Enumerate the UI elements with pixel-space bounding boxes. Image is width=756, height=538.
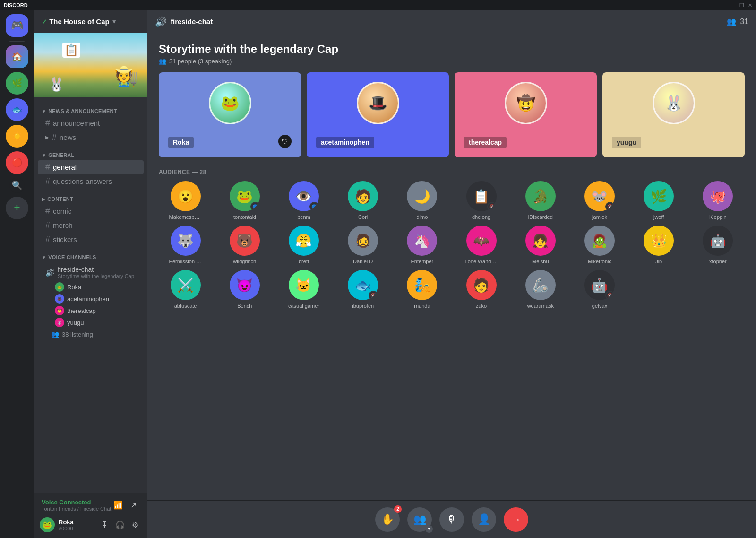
channel-general[interactable]: # general	[38, 160, 144, 174]
status-badge: 🔇	[605, 202, 615, 211]
voice-user-acetaminophen[interactable]: 🎩 acetaminophen	[38, 293, 144, 304]
audience-member-jib[interactable]: 👑Jib	[632, 226, 686, 264]
audience-member-wildgrinch[interactable]: 🐻wildgrinch	[218, 226, 271, 264]
deafen-btn[interactable]: 🎧	[113, 518, 127, 531]
audience-member-dhelong[interactable]: 📋🔇dhelong	[455, 181, 508, 220]
speaker-card-yuugu[interactable]: 🐰 yuugu	[602, 72, 745, 157]
audience-member-kleppin[interactable]: 🐙Kleppin	[691, 181, 745, 220]
voice-user-avatar: 🐸	[55, 282, 64, 292]
audience-member-jwoff[interactable]: 🌿jwoff	[632, 181, 686, 220]
audience-member-casual-gamer[interactable]: 🐱casual gamer	[277, 270, 330, 309]
audience-member-benm[interactable]: 👁️🔵benm	[277, 181, 330, 220]
audience-member-tontontaki[interactable]: 🐸🔵tontontaki	[218, 181, 271, 220]
minimize-btn[interactable]: —	[730, 2, 736, 9]
server-icon-housecap[interactable]: 🏠	[6, 45, 28, 68]
audience-member-jamiek[interactable]: 🐭🔇jamiek	[573, 181, 626, 220]
mic-btn[interactable]: 🎙	[439, 507, 464, 532]
mic-icon: 🎙	[447, 513, 457, 526]
voice-user-name: yuugu	[67, 319, 84, 326]
audience-member-name: wildgrinch	[233, 259, 256, 264]
invite-btn[interactable]: 👥 ▼	[407, 507, 432, 532]
category-voice[interactable]: ▼ VOICE CHANNELS	[34, 247, 147, 262]
status-badge: 🔇	[605, 291, 615, 300]
audience-member-lone-wanderer[interactable]: 🦇Lone Wanderer	[455, 226, 508, 264]
raise-hand-btn[interactable]: ✋ 2	[375, 507, 400, 532]
audience-member-bench[interactable]: 😈Bench	[218, 270, 271, 309]
add-server-btn[interactable]: +	[6, 197, 28, 219]
voice-user-therealcap[interactable]: 🤠 therealcap	[38, 305, 144, 316]
channel-qa[interactable]: # questions-answers	[38, 174, 144, 188]
voice-user-roka[interactable]: 🐸 Roka	[38, 281, 144, 293]
audience-avatar: 😤	[289, 226, 319, 256]
category-general[interactable]: ▼ GENERAL	[34, 145, 147, 160]
window-controls[interactable]: — ❐ ✕	[730, 2, 752, 9]
audience-member-meishu[interactable]: 👧Meishu	[514, 226, 567, 264]
audience-member-permission-man[interactable]: 🐺Permission Man	[159, 226, 212, 264]
server-icon-3[interactable]: 🐟	[6, 98, 28, 121]
audience-member-wearamask[interactable]: 🦾wearamask	[514, 270, 567, 309]
hash-icon: #	[52, 132, 57, 142]
settings-btn[interactable]: ⚙	[129, 518, 142, 531]
audience-member-xtopher[interactable]: 🤖xtopher	[691, 226, 745, 264]
voice-channel-subtitle: Storytime with the legendary Cap	[58, 273, 134, 279]
mute-btn[interactable]: 🎙	[98, 518, 112, 531]
audience-member-name: zuko	[476, 303, 487, 309]
maximize-btn[interactable]: ❐	[739, 2, 744, 9]
audience-member-daniel-d[interactable]: 🧔Daniel D	[336, 226, 390, 264]
voice-user-avatar: 🐰	[55, 318, 64, 327]
speaker-card-acetaminophen[interactable]: 🎩 acetaminophen	[307, 72, 449, 157]
audience-member-idiscarded[interactable]: 🐊iDiscarded	[514, 181, 567, 220]
audience-member-name: abfuscate	[174, 303, 197, 309]
voice-signal-btn[interactable]: 📶	[112, 498, 125, 512]
collapse-arrow: ▼	[42, 153, 46, 158]
channel-merch[interactable]: # merch	[38, 218, 144, 232]
status-badge: 🔵	[309, 202, 319, 211]
server-icon-discord[interactable]: 🎮	[6, 14, 28, 37]
audience-member-getvax[interactable]: 🤖🔇getvax	[573, 270, 626, 309]
audience-member-brett[interactable]: 😤brett	[277, 226, 330, 264]
audience-member-miketronic[interactable]: 🧟Miketronic	[573, 226, 626, 264]
stage-meta: 👥 31 people (3 speaking)	[159, 58, 745, 65]
audience-avatar: 🧟	[584, 226, 615, 256]
voice-user-yuugu[interactable]: 🐰 yuugu	[38, 317, 144, 328]
audience-member-abfuscate[interactable]: ⚔️abfuscate	[159, 270, 212, 309]
category-news[interactable]: ▼ NEWS & ANNOUNCEMENT	[34, 101, 147, 116]
collapse-arrow: ▼	[42, 109, 46, 114]
audience-grid: 😮Makemespeakrr🐸🔵tontontaki👁️🔵benm🧑Cori🌙d…	[159, 181, 745, 309]
audience-member-cori[interactable]: 🧑Cori	[336, 181, 390, 220]
audience-member-entemper[interactable]: 🦄Entemper	[395, 226, 449, 264]
voice-channel-fireside[interactable]: 🔊 fireside-chat Storytime with the legen…	[38, 264, 144, 281]
voice-leave-btn[interactable]: ↗	[127, 498, 140, 512]
add-person-btn[interactable]: 👤	[472, 507, 496, 532]
channel-stickers[interactable]: # stickers	[38, 233, 144, 246]
audience-member-ibuprofen[interactable]: 🐟🔇ibuprofen	[336, 270, 390, 309]
voice-channels: 🔊 fireside-chat Storytime with the legen…	[34, 264, 147, 340]
audience-member-name: tontontaki	[233, 214, 256, 220]
speaker-avatar-wrap: 🐸	[168, 82, 292, 124]
channel-news[interactable]: ▶ # news	[38, 130, 144, 144]
audience-member-makemespeakrr[interactable]: 😮Makemespeakrr	[159, 181, 212, 220]
audience-member-name: Miketronic	[588, 259, 611, 264]
server-icon-5[interactable]: 🔴	[6, 151, 28, 174]
server-icon-4[interactable]: ☀️	[6, 125, 28, 148]
audience-member-name: Daniel D	[353, 259, 373, 264]
category-content[interactable]: ▶ CONTENT	[34, 189, 147, 204]
audience-member-name: casual gamer	[288, 303, 319, 309]
audience-member-dimo[interactable]: 🌙dimo	[395, 181, 449, 220]
close-btn[interactable]: ✕	[748, 2, 752, 9]
leave-stage-btn[interactable]: →	[504, 507, 528, 532]
server-name-header[interactable]: ✓ The House of Cap ▼	[34, 10, 147, 33]
audience-avatar: 🤖	[703, 226, 733, 256]
audience-section: AUDIENCE — 28 😮Makemespeakrr🐸🔵tontontaki…	[159, 169, 745, 309]
discover-servers-btn[interactable]: 🔍	[9, 178, 25, 193]
server-icon-2[interactable]: 🌿	[6, 72, 28, 95]
speaker-card-roka[interactable]: 🐸 Roka 🛡	[159, 72, 301, 157]
audience-member-rnanda[interactable]: 🧞rnanda	[395, 270, 449, 309]
server-list: 🎮 🏠 🌿 🐟 ☀️ 🔴 🔍 +	[0, 10, 34, 538]
listeners-icon: 👥	[51, 330, 59, 338]
channel-announcement[interactable]: # announcement	[38, 116, 144, 130]
speaker-card-therealcap[interactable]: 🤠 therealcap	[455, 72, 597, 157]
channel-comic[interactable]: # comic	[38, 204, 144, 218]
stage-meta-text: 31 people (3 speaking)	[169, 58, 232, 65]
audience-member-zuko[interactable]: 🧑zuko	[455, 270, 508, 309]
